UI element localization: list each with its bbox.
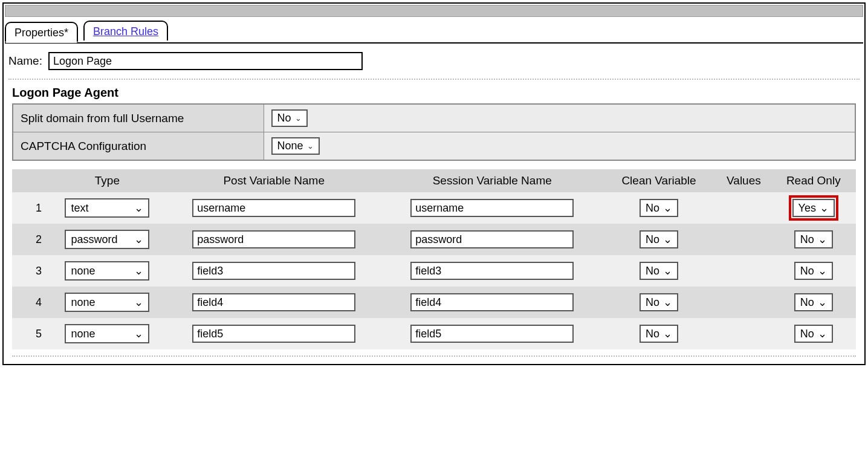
clean-var-select[interactable]: No⌄ (640, 199, 678, 217)
agent-config-table: Split domain from full Username No ⌄ CAP… (12, 103, 856, 161)
read-only-select[interactable]: No⌄ (794, 262, 833, 280)
type-select[interactable]: none⌄ (65, 261, 149, 281)
table-row: 3none⌄No⌄No⌄ (12, 255, 856, 287)
split-domain-select-text: No (277, 112, 291, 125)
post-var-input[interactable] (192, 230, 355, 248)
chevron-down-icon: ⌄ (134, 296, 143, 309)
type-select-text: none (71, 296, 95, 309)
post-var-input[interactable] (192, 293, 355, 311)
agent-heading: Logon Page Agent (12, 86, 860, 100)
col-post-var: Post Variable Name (165, 169, 383, 192)
chevron-down-icon: ⌄ (134, 233, 143, 246)
clean-var-select[interactable]: No⌄ (640, 230, 678, 248)
captcha-label: CAPTCHA Configuration (13, 132, 264, 161)
clean-var-cell: No⌄ (601, 287, 717, 318)
clean-var-cell: No⌄ (601, 224, 717, 255)
read-only-select[interactable]: No⌄ (794, 293, 833, 311)
read-only-cell: No⌄ (771, 318, 856, 349)
chevron-down-icon: ⌄ (307, 141, 314, 151)
row-index: 3 (28, 255, 50, 287)
chevron-down-icon: ⌄ (663, 296, 672, 309)
table-row: 4none⌄No⌄No⌄ (12, 287, 856, 318)
chevron-down-icon: ⌄ (820, 201, 829, 215)
read-only-select[interactable]: No⌄ (794, 325, 833, 343)
read-only-select[interactable]: Yes⌄ (792, 199, 835, 217)
chevron-down-icon: ⌄ (818, 296, 827, 309)
type-select[interactable]: password⌄ (65, 230, 149, 249)
type-select-text: none (71, 265, 95, 277)
tab-branch-rules-link[interactable]: Branch Rules (93, 25, 158, 37)
type-select[interactable]: text⌄ (65, 198, 149, 218)
post-var-cell (165, 255, 383, 287)
tab-branch-rules[interactable]: Branch Rules (83, 21, 168, 41)
type-cell: password⌄ (50, 224, 165, 255)
fields-table: Type Post Variable Name Session Variable… (12, 169, 856, 349)
clean-var-cell: No⌄ (601, 192, 717, 224)
read-only-cell: No⌄ (771, 255, 856, 287)
clean-var-select[interactable]: No⌄ (640, 262, 678, 280)
chevron-down-icon: ⌄ (663, 264, 672, 277)
captcha-select[interactable]: None ⌄ (271, 137, 320, 155)
clean-var-select[interactable]: No⌄ (640, 293, 678, 311)
col-session-var: Session Variable Name (383, 169, 601, 192)
type-select-text: password (71, 233, 117, 246)
clean-var-text: No (646, 265, 659, 277)
chevron-down-icon: ⌄ (818, 327, 827, 340)
post-var-input[interactable] (192, 262, 355, 280)
read-only-cell: No⌄ (771, 224, 856, 255)
read-only-select[interactable]: No⌄ (794, 230, 833, 248)
tab-properties[interactable]: Properties* (5, 22, 78, 42)
clean-var-text: No (646, 202, 659, 215)
chevron-down-icon: ⌄ (134, 201, 143, 215)
session-var-input[interactable] (410, 293, 574, 311)
session-var-cell (383, 255, 601, 287)
col-corner (12, 169, 28, 192)
values-cell (716, 224, 771, 255)
row-index: 5 (28, 318, 50, 349)
table-row: 5none⌄No⌄No⌄ (12, 318, 856, 349)
row-index: 4 (28, 287, 50, 318)
clean-var-cell: No⌄ (601, 255, 717, 287)
row-index: 2 (28, 224, 50, 255)
row-corner (12, 224, 28, 255)
title-bar (5, 5, 863, 17)
col-clean-var: Clean Variable (601, 169, 717, 192)
properties-panel: Name: Logon Page Agent Split domain from… (5, 44, 863, 363)
read-only-text: No (800, 265, 814, 277)
session-var-input[interactable] (410, 199, 574, 217)
split-domain-row: Split domain from full Username No ⌄ (13, 104, 855, 132)
row-corner (12, 192, 28, 224)
session-var-input[interactable] (410, 262, 574, 280)
captcha-select-text: None (277, 140, 303, 152)
values-cell (716, 255, 771, 287)
clean-var-select[interactable]: No⌄ (640, 325, 678, 343)
values-cell (716, 192, 771, 224)
col-type: Type (50, 169, 165, 192)
row-corner (12, 287, 28, 318)
session-var-cell (383, 224, 601, 255)
row-corner (12, 255, 28, 287)
name-input[interactable] (48, 52, 363, 70)
clean-var-cell: No⌄ (601, 318, 717, 349)
type-select[interactable]: none⌄ (65, 293, 149, 312)
session-var-input[interactable] (410, 230, 574, 248)
tab-properties-label: Properties* (15, 27, 68, 39)
split-domain-label: Split domain from full Username (13, 104, 264, 132)
name-row: Name: (8, 52, 860, 70)
split-domain-select[interactable]: No ⌄ (271, 109, 308, 127)
session-var-input[interactable] (410, 325, 574, 343)
session-var-cell (383, 192, 601, 224)
divider-bottom (12, 355, 856, 357)
col-values: Values (716, 169, 771, 192)
post-var-input[interactable] (192, 199, 355, 217)
chevron-down-icon: ⌄ (818, 233, 827, 246)
divider (8, 79, 860, 80)
post-var-input[interactable] (192, 325, 355, 343)
col-idx (28, 169, 50, 192)
type-cell: text⌄ (50, 192, 165, 224)
captcha-row: CAPTCHA Configuration None ⌄ (13, 132, 855, 161)
type-select[interactable]: none⌄ (65, 324, 149, 343)
post-var-cell (165, 318, 383, 349)
read-only-cell: Yes⌄ (771, 192, 856, 224)
clean-var-text: No (646, 328, 659, 340)
